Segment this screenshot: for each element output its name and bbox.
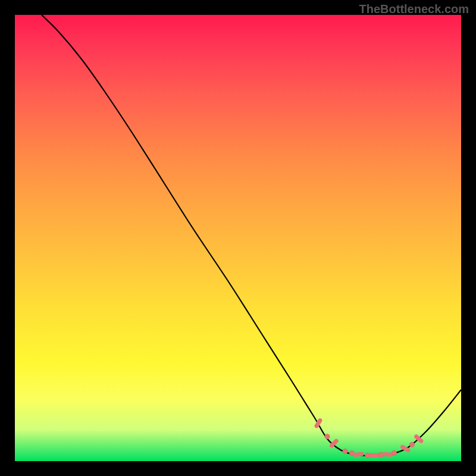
curve-marker-dot (392, 450, 396, 455)
bottleneck-curve (42, 15, 461, 456)
watermark-text: TheBottleneck.com (359, 2, 469, 16)
curve-marker-dot (325, 434, 330, 439)
chart-plot-area (15, 15, 461, 461)
marker-group (317, 421, 421, 458)
curve-marker-dash (384, 454, 391, 455)
curve-marker-dash (355, 454, 362, 455)
curve-marker-dash (331, 441, 336, 446)
curve-marker-dot (409, 442, 414, 447)
chart-svg (15, 15, 461, 461)
curve-marker-dot (343, 449, 347, 453)
curve-marker-dash (402, 447, 408, 450)
curve-marker-dash (317, 421, 320, 426)
